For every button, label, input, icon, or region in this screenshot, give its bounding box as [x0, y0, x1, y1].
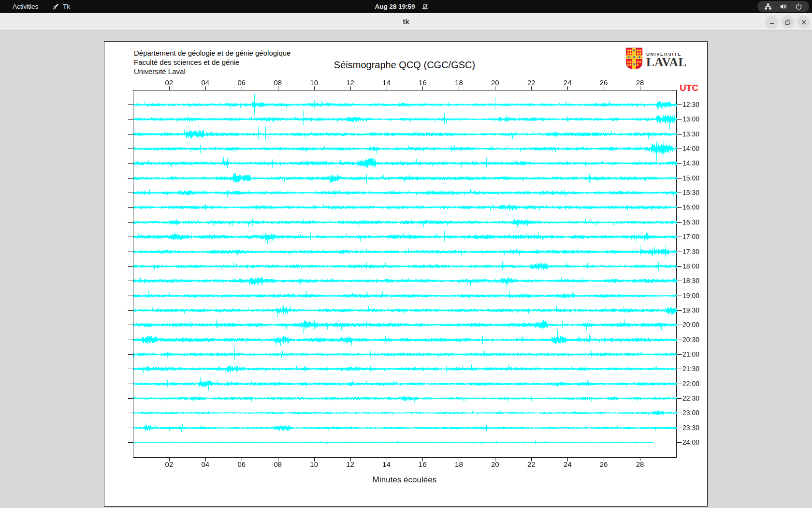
- utc-axis-title: UTC: [680, 83, 698, 93]
- volume-icon: [780, 3, 787, 10]
- trace-time-label: 14:30: [682, 159, 699, 167]
- trace-time-label: 16:30: [682, 218, 699, 226]
- x-tick-label-top: 18: [449, 78, 468, 87]
- system-tray[interactable]: [757, 1, 809, 12]
- trace-time-label: 22:00: [682, 380, 699, 388]
- x-tick-label-top: 20: [485, 78, 505, 87]
- trace-time-label: 14:00: [682, 145, 699, 152]
- x-tick-label-bottom: 02: [160, 460, 179, 468]
- trace-time-label: 15:00: [682, 174, 699, 182]
- maximize-button[interactable]: [781, 15, 794, 29]
- trace-time-label: 17:00: [682, 233, 699, 240]
- window-title: tk: [0, 14, 812, 31]
- seismograph-canvas[interactable]: Département de géologie et de génie géol…: [104, 41, 708, 507]
- trace-time-label: 19:00: [682, 292, 699, 299]
- power-icon: [795, 3, 802, 10]
- x-tick-label-bottom: 10: [304, 460, 324, 468]
- trace-time-label: 12:30: [682, 101, 699, 108]
- trace-time-label: 21:00: [682, 350, 699, 358]
- trace-time-label: 21:30: [682, 365, 699, 373]
- tk-window-body: Département de géologie et de génie géol…: [0, 31, 812, 508]
- x-tick-label-bottom: 16: [413, 460, 432, 468]
- x-tick-label-top: 10: [304, 78, 324, 87]
- trace-time-label: 23:00: [682, 409, 699, 417]
- x-tick-label-bottom: 08: [268, 460, 288, 468]
- x-tick-label-top: 08: [268, 78, 288, 87]
- x-tick-label-top: 16: [413, 78, 432, 87]
- trace-time-label: 20:30: [682, 336, 699, 344]
- minimize-button[interactable]: [765, 15, 778, 29]
- x-tick-label-bottom: 12: [341, 460, 360, 468]
- x-axis-title: Minutes écoulées: [356, 475, 453, 485]
- x-tick-label-bottom: 14: [377, 460, 396, 468]
- x-tick-label-top: 14: [377, 78, 396, 87]
- helicorder-trace-plot[interactable]: [104, 42, 708, 507]
- trace-time-label: 22:30: [682, 394, 699, 402]
- trace-time-label: 20:00: [682, 321, 699, 329]
- trace-time-label: 18:00: [682, 262, 699, 270]
- gnome-top-bar: Activities Tk Aug 28 19:59: [0, 0, 812, 13]
- trace-time-label: 17:30: [682, 248, 699, 255]
- x-tick-label-bottom: 28: [630, 460, 650, 468]
- x-tick-label-top: 22: [522, 78, 541, 87]
- trace-time-label: 23:30: [682, 424, 699, 432]
- x-tick-label-top: 02: [160, 78, 179, 87]
- x-tick-label-bottom: 18: [449, 460, 468, 468]
- x-tick-label-bottom: 26: [594, 460, 613, 468]
- network-wired-icon: [764, 3, 772, 10]
- x-tick-label-bottom: 24: [558, 460, 577, 468]
- x-tick-label-bottom: 22: [522, 460, 541, 468]
- clock-text: Aug 28 19:59: [375, 3, 415, 10]
- activities-button[interactable]: Activities: [7, 0, 44, 13]
- x-tick-label-top: 06: [232, 78, 251, 87]
- trace-time-label: 13:00: [682, 115, 699, 123]
- x-tick-label-bottom: 04: [196, 460, 215, 468]
- clock-menu[interactable]: Aug 28 19:59: [375, 0, 428, 13]
- x-tick-label-top: 28: [630, 78, 650, 87]
- app-menu-label: Tk: [63, 3, 70, 10]
- desktop: { "topbar": { "activities": "Activities"…: [0, 0, 812, 508]
- x-tick-label-top: 24: [558, 78, 577, 87]
- tk-app-icon: [52, 3, 59, 10]
- close-button[interactable]: [797, 15, 810, 29]
- window-titlebar[interactable]: tk: [0, 13, 812, 30]
- x-tick-label-top: 04: [196, 78, 215, 87]
- trace-time-label: 19:30: [682, 306, 699, 314]
- x-tick-label-top: 12: [341, 78, 360, 87]
- notifications-muted-icon: [422, 3, 429, 10]
- trace-time-label: 13:30: [682, 130, 699, 138]
- trace-time-label: 18:30: [682, 277, 699, 284]
- x-tick-label-top: 26: [594, 78, 613, 87]
- trace-time-label: 16:00: [682, 203, 699, 211]
- trace-time-label: 15:30: [682, 189, 699, 196]
- app-menu[interactable]: Tk: [52, 0, 70, 13]
- x-tick-label-bottom: 06: [232, 460, 251, 468]
- trace-time-label: 24:00: [682, 438, 699, 446]
- x-tick-label-bottom: 20: [485, 460, 505, 468]
